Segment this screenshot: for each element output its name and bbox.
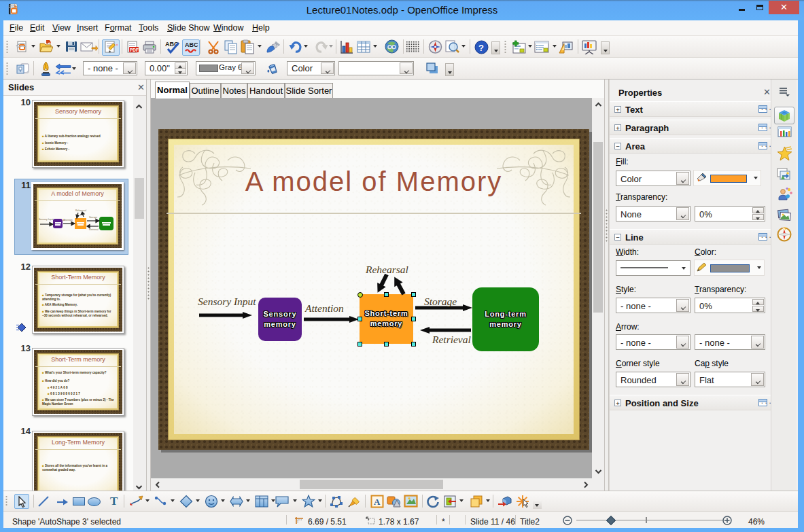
svg-text:ABC: ABC [185, 41, 198, 48]
svg-text:Storage: Storage [89, 216, 97, 219]
svg-text:Rehearsal: Rehearsal [75, 209, 86, 212]
svg-text:Retrieval: Retrieval [89, 228, 99, 231]
svg-text:?: ? [478, 43, 484, 53]
svg-text:N: N [783, 227, 786, 231]
svg-text:PDF: PDF [130, 48, 139, 52]
svg-text:Sensory Input: Sensory Input [39, 218, 54, 221]
svg-text:Attention: Attention [63, 219, 73, 221]
svg-text:A: A [374, 497, 381, 507]
